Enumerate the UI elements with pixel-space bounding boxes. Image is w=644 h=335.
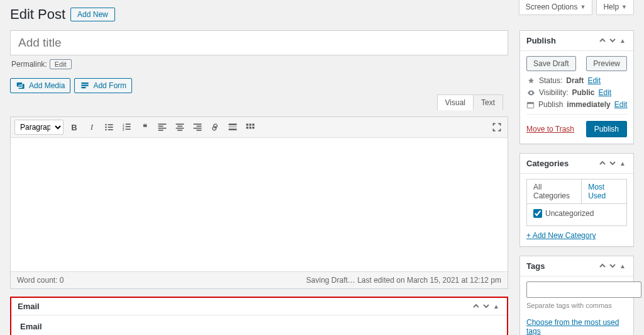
edit-permalink-button[interactable]: Edit [50,59,72,69]
quote-button[interactable]: ❝ [138,120,152,134]
read-more-button[interactable] [226,120,240,134]
tab-visual[interactable]: Visual [437,94,474,110]
panel-down-button[interactable] [608,160,617,168]
editor-toolbar: Paragraph B I 123 ❝ [11,117,508,138]
page-title: Edit Post [10,6,65,23]
bold-button[interactable]: B [67,120,81,134]
publish-button[interactable]: Publish [586,121,627,137]
svg-rect-13 [158,126,164,127]
svg-rect-22 [194,128,202,129]
email-field-label: Email [20,322,498,331]
align-center-button[interactable] [173,120,187,134]
word-count: Word count: 0 [17,276,64,285]
metabox-title: Email [18,302,40,311]
category-checkbox[interactable] [533,209,542,218]
panel-down-button[interactable] [608,263,617,270]
category-tab-all[interactable]: All Categories [527,179,582,203]
svg-rect-27 [247,123,248,125]
save-draft-button[interactable]: Save Draft [526,56,576,71]
panel-toggle-button[interactable]: ▲ [618,263,627,270]
add-media-button[interactable]: Add Media [10,78,70,93]
italic-button[interactable]: I [85,120,99,134]
numbered-list-button[interactable]: 123 [120,120,134,134]
metabox-down-button[interactable] [482,303,491,310]
editor-textarea[interactable] [11,138,508,271]
tag-input[interactable] [526,281,641,298]
main-column: Permalink: Edit Add Media Add Form Visua… [10,30,508,335]
add-new-category-link[interactable]: + Add New Category [526,231,596,240]
screen-options-label: Screen Options [526,3,578,11]
svg-rect-29 [252,123,254,125]
svg-rect-31 [249,127,251,128]
metabox-up-button[interactable] [472,303,480,310]
svg-rect-16 [176,123,184,125]
svg-rect-15 [158,130,164,131]
svg-point-2 [105,127,106,128]
category-item-uncategorized[interactable]: Uncategorized [533,209,620,218]
tags-panel: Tags ▲ Add Separate tags with commas Cho… [519,256,634,335]
email-metabox: Email ▲ Email [10,297,508,335]
caret-down-icon: ▼ [580,4,586,10]
post-title-input[interactable] [10,30,508,55]
svg-rect-21 [196,126,201,127]
bullet-list-button[interactable] [103,120,116,134]
svg-text:3: 3 [123,128,125,132]
panel-up-button[interactable] [598,160,607,168]
fullscreen-button[interactable] [490,120,504,134]
svg-rect-28 [249,123,251,125]
link-button[interactable] [208,120,222,134]
svg-rect-7 [126,123,131,125]
categories-panel-title: Categories [526,159,569,168]
svg-rect-9 [126,126,131,127]
edit-visibility-link[interactable]: Edit [598,88,611,97]
popular-tags-link[interactable]: Choose from the most used tags [526,318,627,335]
sidebar: Publish ▲ Save Draft Preview Status: [519,30,634,335]
visibility-icon [526,89,535,97]
panel-toggle-button[interactable]: ▲ [618,160,627,168]
svg-rect-20 [194,123,202,125]
svg-rect-1 [108,124,113,125]
add-form-label: Add Form [93,81,126,90]
add-form-button[interactable]: Add Form [74,78,132,93]
edit-status-link[interactable]: Edit [587,76,601,85]
svg-rect-25 [229,127,237,127]
add-new-button[interactable]: Add New [70,8,115,21]
svg-rect-26 [229,128,237,130]
help-tab[interactable]: Help ▼ [596,0,634,15]
add-media-label: Add Media [29,81,65,90]
svg-rect-12 [158,123,167,125]
svg-rect-17 [177,126,182,127]
edit-publish-date-link[interactable]: Edit [614,100,628,109]
toolbar-toggle-button[interactable] [243,120,257,134]
move-to-trash-link[interactable]: Move to Trash [526,125,574,133]
tab-text[interactable]: Text [474,94,503,110]
format-select[interactable]: Paragraph [14,120,64,135]
publish-panel-title: Publish [526,36,556,45]
permalink-label: Permalink: [11,60,47,69]
media-icon [16,81,26,90]
svg-rect-11 [126,128,131,130]
svg-rect-23 [196,130,201,131]
panel-up-button[interactable] [598,37,607,45]
categories-panel: Categories ▲ All Categories Most Used [519,153,634,247]
panel-toggle-button[interactable]: ▲ [618,37,627,45]
screen-options-tab[interactable]: Screen Options ▼ [519,0,593,15]
svg-point-4 [105,129,106,130]
svg-rect-30 [247,127,248,128]
svg-rect-5 [108,129,113,130]
pin-icon [526,77,535,85]
form-icon [80,81,90,90]
calendar-icon [526,101,535,109]
panel-up-button[interactable] [598,263,607,270]
svg-rect-34 [527,102,533,104]
tags-hint: Separate tags with commas [526,302,627,309]
tags-panel-title: Tags [526,261,545,271]
align-left-button[interactable] [155,120,169,134]
editor-container: Paragraph B I 123 ❝ [10,116,508,289]
align-right-button[interactable] [191,120,204,134]
category-tab-popular[interactable]: Most Used [582,179,626,203]
svg-rect-18 [176,128,184,129]
preview-button[interactable]: Preview [586,56,627,71]
panel-down-button[interactable] [608,37,617,45]
metabox-toggle-button[interactable]: ▲ [492,303,501,310]
